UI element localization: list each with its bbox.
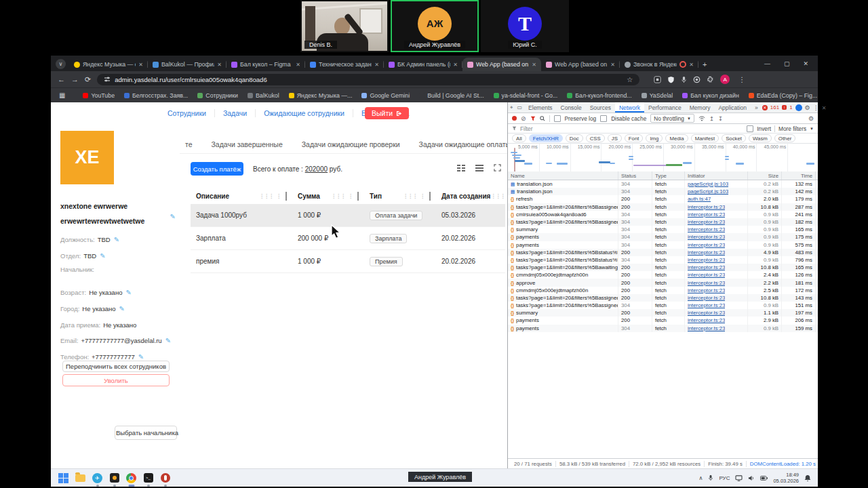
bookmark-item[interactable]: Сотрудники: [197, 92, 238, 99]
filter-chip[interactable]: CSS: [586, 134, 605, 142]
error-count[interactable]: 161: [770, 104, 779, 110]
payment-row[interactable]: Зарплата200 000 ₽Зарплата20.02.2026: [191, 227, 505, 250]
devtools-settings-icon[interactable]: [805, 104, 810, 111]
initiator-link[interactable]: interceptor.ts:23: [688, 242, 725, 248]
warning-icon[interactable]: !: [782, 105, 787, 110]
network-row[interactable]: {}tasks?page=1&limit=20&filters%5Bstatus…: [508, 256, 818, 264]
bookmark-item[interactable]: YaSdelal: [642, 92, 673, 99]
subtab[interactable]: Задачи завершенные: [212, 140, 283, 148]
devtools-close-icon[interactable]: [822, 104, 827, 111]
preserve-log-checkbox[interactable]: [554, 115, 561, 122]
edit-field-icon[interactable]: [114, 236, 119, 243]
filter-chip[interactable]: Other: [774, 134, 796, 142]
subtab[interactable]: те: [185, 140, 193, 148]
initiator-link[interactable]: interceptor.ts:23: [688, 249, 725, 256]
sync-status-icon[interactable]: [795, 104, 802, 111]
preserve-log-label[interactable]: Preserve log: [565, 115, 597, 122]
network-column-header[interactable]: Type: [652, 171, 685, 180]
network-row[interactable]: {}tasks?page=1&limit=20&filters%5Bassign…: [508, 218, 818, 226]
bookmark-item[interactable]: YouTube: [83, 92, 115, 99]
network-row[interactable]: {}tasks?page=1&limit=20&filters%5Bassign…: [508, 294, 818, 302]
nav-link[interactable]: Задачи: [214, 109, 255, 117]
battery-icon[interactable]: [760, 476, 768, 481]
column-menu-icon[interactable]: [420, 193, 425, 199]
edit-field-icon[interactable]: [165, 337, 171, 344]
taskbar-button-terminal[interactable]: >_: [142, 472, 154, 484]
url-text[interactable]: admin.yasdelal.ru/user/cmlrsuiea005owak4…: [115, 76, 267, 83]
taskbar-button-chrome[interactable]: [125, 472, 137, 484]
edit-field-icon[interactable]: [119, 305, 125, 312]
invert-label[interactable]: Invert: [757, 125, 771, 132]
network-row[interactable]: {}payments304fetchinterceptor.ts:230.9 k…: [508, 233, 818, 241]
filter-chip[interactable]: Media: [665, 134, 688, 142]
screenshot-extension-icon[interactable]: [654, 76, 661, 83]
warning-count[interactable]: 1: [789, 104, 792, 110]
column-divider[interactable]: [285, 192, 287, 201]
column-header[interactable]: Сумма: [292, 192, 364, 201]
devtools-menu-icon[interactable]: [813, 104, 819, 111]
initiator-link[interactable]: interceptor.ts:23: [688, 287, 725, 293]
network-column-header[interactable]: Time: [782, 171, 816, 180]
recorder-extension-icon[interactable]: [693, 76, 701, 83]
throttling-select[interactable]: No throttling ▼: [650, 114, 694, 123]
display-icon[interactable]: [735, 475, 743, 481]
reload-button[interactable]: [85, 75, 91, 84]
columns-icon[interactable]: [457, 165, 465, 171]
extensions-puzzle-icon[interactable]: [707, 76, 714, 83]
network-column-header[interactable]: Name: [508, 171, 618, 180]
apps-grid-icon[interactable]: [59, 92, 65, 99]
network-row[interactable]: {}cmlrsuiea005owak4qan8oad6304fetchinter…: [508, 211, 818, 218]
maximize-button[interactable]: [784, 60, 790, 67]
filter-chip[interactable]: JS: [608, 134, 622, 142]
tab-close-icon[interactable]: [374, 62, 379, 68]
network-row[interactable]: {}refresh200fetchauth.ts:472.0 kB179 ms: [508, 195, 818, 203]
column-divider[interactable]: [429, 192, 431, 201]
disable-cache-label[interactable]: Disable cache: [611, 115, 646, 122]
subtab[interactable]: Задачи ожидающие проверки: [302, 140, 400, 148]
close-button[interactable]: [803, 60, 808, 67]
browser-tab[interactable]: Бал кукол – Figma: [226, 58, 305, 71]
network-column-header[interactable]: Initiator: [685, 171, 748, 180]
initiator-link[interactable]: interceptor.ts:23: [688, 219, 725, 225]
devtools-tab[interactable]: Network: [615, 102, 644, 113]
network-row[interactable]: ▤translation.json304fetchpageScript.js:1…: [508, 180, 818, 188]
browser-tab[interactable]: Яндекс Музыка — соби: [69, 58, 148, 71]
search-icon[interactable]: [540, 116, 545, 121]
initiator-link[interactable]: interceptor.ts:23: [688, 302, 725, 308]
column-menu-icon[interactable]: [348, 193, 353, 199]
network-row[interactable]: {}tasks?page=1&limit=20&filters%5Bassign…: [508, 203, 818, 211]
total-amount[interactable]: 202000: [305, 165, 328, 173]
clock[interactable]: 18:49 05.03.2026: [773, 472, 799, 485]
column-header[interactable]: Дата создания: [436, 192, 505, 201]
network-column-header[interactable]: Status: [618, 171, 652, 180]
bookmark-item[interactable]: Build | Google AI St...: [419, 92, 484, 99]
filter-chip[interactable]: Socket: [722, 134, 746, 142]
inspect-element-icon[interactable]: ⌖: [508, 104, 515, 111]
network-row[interactable]: {}payments304fetchinterceptor.ts:230.9 k…: [508, 241, 818, 249]
fullscreen-icon[interactable]: [494, 164, 501, 171]
filter-funnel-icon[interactable]: [530, 116, 536, 121]
column-divider[interactable]: [357, 192, 359, 201]
filter-chip[interactable]: Img: [646, 134, 663, 142]
devtools-tab[interactable]: Application: [714, 102, 751, 113]
initiator-link[interactable]: interceptor.ts:23: [688, 226, 725, 232]
disable-cache-checkbox[interactable]: [600, 115, 607, 122]
reassign-all-button[interactable]: Переподчинить всех сотрудников: [62, 361, 170, 372]
devtools-tab[interactable]: Console: [557, 102, 586, 113]
initiator-link[interactable]: interceptor.ts:23: [688, 272, 725, 278]
tab-close-icon[interactable]: [689, 62, 694, 68]
microphone-extension-icon[interactable]: [681, 76, 687, 83]
initiator-link[interactable]: pageScript.js:103: [688, 188, 728, 195]
bookmark-item[interactable]: Бал-кукол-frontend...: [567, 92, 631, 99]
edit-field-icon[interactable]: [125, 289, 131, 296]
devtools-tab[interactable]: »: [751, 102, 762, 113]
bookmark-item[interactable]: EdaEda (Copy) – Fig...: [749, 92, 817, 99]
network-row[interactable]: {}tasks?page=1&limit=20&filters%5Bstatus…: [508, 249, 818, 256]
browser-tab[interactable]: Звонок в Яндекс Тел: [620, 58, 698, 71]
taskbar-button-telegram[interactable]: ✈: [92, 472, 103, 484]
new-tab-button[interactable]: [703, 60, 707, 68]
initiator-link[interactable]: interceptor.ts:23: [688, 234, 725, 240]
tab-search-caret-icon[interactable]: [56, 59, 66, 69]
drag-handle-icon[interactable]: [331, 193, 345, 199]
browser-tab[interactable]: Web App (based on LiteF: [541, 58, 620, 71]
